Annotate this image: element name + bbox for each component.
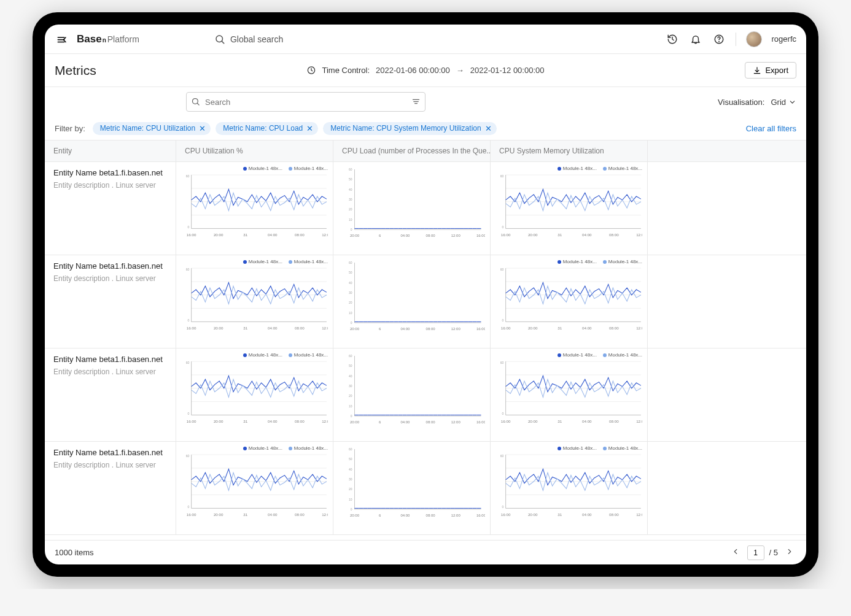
- svg-text:04:00: 04:00: [582, 233, 592, 237]
- chart-cell-cpu-mem[interactable]: Module-1 48x...Module-1 48x...60016:0020…: [491, 442, 648, 534]
- svg-text:12:00: 12:00: [322, 512, 328, 517]
- entity-description: Entity description . Linux server: [53, 461, 167, 469]
- svg-text:12:00: 12:00: [636, 326, 642, 330]
- header-entity[interactable]: Entity: [45, 141, 176, 161]
- svg-text:20: 20: [349, 487, 352, 491]
- chart-cell-cpu-util[interactable]: Module-1 48x...Module-1 48x...60016:0020…: [176, 162, 333, 255]
- history-button[interactable]: [666, 33, 679, 46]
- grid-body[interactable]: Entity Name beta1.fi.basen.net Entity de…: [45, 162, 806, 540]
- svg-text:16:00: 16:00: [501, 512, 511, 517]
- chip-remove-icon[interactable]: ✕: [485, 124, 492, 133]
- svg-text:08:00: 08:00: [609, 419, 619, 423]
- username[interactable]: rogerfc: [772, 34, 796, 44]
- table-row[interactable]: Entity Name beta1.fi.basen.net Entity de…: [45, 348, 806, 442]
- line-chart: 010203040506020:00604:0008:0012:0016:00: [338, 445, 485, 518]
- svg-text:12:00: 12:00: [636, 512, 642, 517]
- prev-page-button[interactable]: [729, 546, 742, 559]
- svg-text:20:00: 20:00: [214, 512, 223, 517]
- page-total: / 5: [769, 548, 778, 557]
- notifications-button[interactable]: [689, 33, 702, 46]
- entity-name: Entity Name beta1.fi.basen.net: [53, 355, 167, 364]
- chart-cell-cpu-load[interactable]: 010203040506020:00604:0008:0012:0016:00: [333, 255, 491, 348]
- header-cpu-load[interactable]: CPU Load (number of Processes In the Que…: [333, 141, 491, 161]
- svg-text:08:00: 08:00: [295, 419, 305, 423]
- menu-toggle-button[interactable]: [55, 32, 69, 47]
- avatar[interactable]: [746, 31, 762, 47]
- search-input[interactable]: [186, 92, 426, 112]
- visualisation-select[interactable]: Visualisation: Grid: [718, 98, 796, 107]
- chip-remove-icon[interactable]: ✕: [306, 124, 313, 133]
- chart-cell-cpu-util[interactable]: Module-1 48x...Module-1 48x...60016:0020…: [176, 442, 333, 534]
- svg-text:16:00: 16:00: [501, 326, 511, 330]
- table-row[interactable]: Entity Name beta1.fi.basen.net Entity de…: [45, 162, 806, 255]
- header-cpu-mem[interactable]: CPU System Memory Utilization: [491, 141, 648, 161]
- entity-cell: Entity Name beta1.fi.basen.net Entity de…: [45, 442, 176, 534]
- line-chart: 60016:0020:003104:0008:0012:00: [495, 266, 642, 332]
- chart-legend: Module-1 48x...Module-1 48x...: [181, 259, 328, 264]
- chart-cell-cpu-util[interactable]: Module-1 48x...Module-1 48x...60016:0020…: [176, 348, 333, 441]
- svg-text:6: 6: [379, 327, 381, 331]
- svg-text:16:00: 16:00: [187, 512, 196, 517]
- svg-text:04:00: 04:00: [268, 512, 278, 517]
- entity-name: Entity Name beta1.fi.basen.net: [53, 168, 167, 177]
- svg-text:20:00: 20:00: [350, 234, 360, 237]
- next-page-button[interactable]: [783, 546, 796, 559]
- chart-cell-cpu-load[interactable]: 010203040506020:00604:0008:0012:0016:00: [333, 162, 491, 255]
- svg-text:12:00: 12:00: [636, 419, 642, 423]
- clear-filters-link[interactable]: Clear all filters: [746, 124, 796, 133]
- svg-text:31: 31: [243, 326, 247, 330]
- chart-cell-cpu-mem[interactable]: Module-1 48x...Module-1 48x...60016:0020…: [491, 162, 648, 255]
- svg-text:40: 40: [349, 468, 352, 471]
- time-control[interactable]: Time Control: 2022-01-06 00:00:00 → 2022…: [307, 66, 545, 75]
- entity-name: Entity Name beta1.fi.basen.net: [53, 261, 167, 271]
- global-search-placeholder: Global search: [230, 34, 283, 44]
- svg-text:10: 10: [349, 311, 352, 315]
- brand-sup: n: [103, 37, 106, 44]
- svg-text:20:00: 20:00: [214, 326, 223, 330]
- chart-cell-cpu-load[interactable]: 010203040506020:00604:0008:0012:0016:00: [333, 442, 491, 534]
- svg-text:20:00: 20:00: [528, 512, 538, 517]
- chart-cell-cpu-mem[interactable]: Module-1 48x...Module-1 48x...60016:0020…: [491, 348, 648, 441]
- svg-text:04:00: 04:00: [400, 514, 410, 517]
- line-chart: 60016:0020:003104:0008:0012:00: [181, 172, 328, 239]
- chart-legend: Module-1 48x...Module-1 48x...: [495, 445, 642, 451]
- history-icon: [667, 34, 678, 45]
- filter-settings-button[interactable]: [411, 97, 421, 109]
- svg-text:31: 31: [243, 512, 247, 517]
- page-input[interactable]: [747, 545, 764, 560]
- svg-text:20:00: 20:00: [214, 419, 223, 423]
- table-row[interactable]: Entity Name beta1.fi.basen.net Entity de…: [45, 255, 806, 348]
- export-label: Export: [765, 66, 788, 75]
- chart-cell-cpu-load[interactable]: 010203040506020:00604:0008:0012:0016:00: [333, 348, 491, 441]
- svg-text:10: 10: [349, 498, 352, 501]
- svg-text:08:00: 08:00: [609, 233, 619, 237]
- help-button[interactable]: [712, 33, 726, 46]
- search-icon: [214, 34, 225, 45]
- table-row[interactable]: Entity Name beta1.fi.basen.net Entity de…: [45, 442, 806, 535]
- item-count: 1000 items: [55, 548, 94, 557]
- clock-icon: [307, 66, 316, 75]
- svg-text:0: 0: [502, 412, 504, 415]
- svg-text:60: 60: [186, 454, 190, 458]
- svg-text:20:00: 20:00: [350, 514, 360, 517]
- svg-text:08:00: 08:00: [426, 327, 436, 331]
- svg-text:6: 6: [379, 514, 381, 517]
- svg-text:16:00: 16:00: [187, 233, 196, 237]
- brand-logo[interactable]: BasenPlatform: [77, 33, 139, 45]
- bell-icon: [690, 34, 701, 45]
- entity-description: Entity description . Linux server: [53, 181, 167, 190]
- time-control-label: Time Control:: [322, 66, 370, 75]
- header-cpu-util[interactable]: CPU Utilization %: [176, 141, 333, 161]
- entity-cell: Entity Name beta1.fi.basen.net Entity de…: [45, 255, 176, 348]
- visualisation-value: Grid: [771, 98, 786, 107]
- svg-text:12:00: 12:00: [451, 420, 461, 424]
- chart-cell-cpu-mem[interactable]: Module-1 48x...Module-1 48x...60016:0020…: [491, 255, 648, 348]
- chevron-left-icon: [731, 547, 740, 556]
- chart-cell-cpu-util[interactable]: Module-1 48x...Module-1 48x...60016:0020…: [176, 255, 333, 348]
- chip-remove-icon[interactable]: ✕: [199, 124, 206, 133]
- export-button[interactable]: Export: [745, 62, 796, 79]
- global-search[interactable]: Global search: [214, 34, 283, 45]
- filter-chip[interactable]: Metric Name: CPU System Memory Utilizati…: [323, 122, 496, 135]
- filter-chip[interactable]: Metric Name: CPU Load✕: [216, 122, 318, 135]
- filter-chip[interactable]: Metric Name: CPU Utilization✕: [93, 122, 211, 135]
